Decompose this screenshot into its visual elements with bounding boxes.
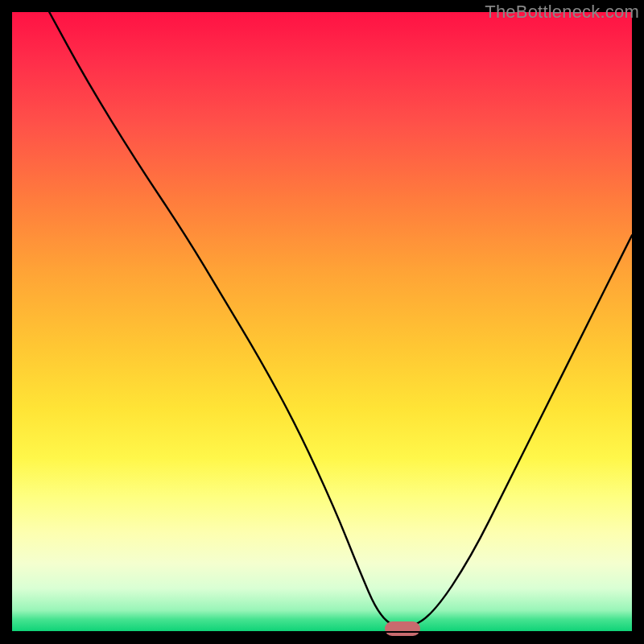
optimum-marker [385,621,420,636]
x-axis-baseline [12,631,632,633]
watermark-label: TheBottleneck.com [485,2,639,23]
bottleneck-gradient-background [12,12,632,632]
